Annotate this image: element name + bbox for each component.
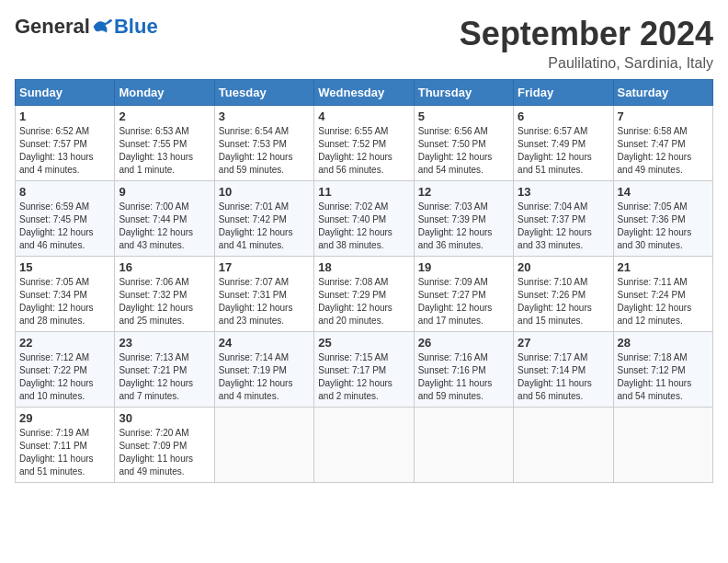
col-header-friday: Friday	[514, 80, 613, 106]
day-info: Sunrise: 7:18 AM Sunset: 7:12 PM Dayligh…	[618, 351, 709, 403]
day-info: Sunrise: 7:03 AM Sunset: 7:39 PM Dayligh…	[418, 201, 509, 252]
day-number: 22	[19, 336, 110, 350]
day-number: 26	[418, 336, 509, 350]
day-cell: 23Sunrise: 7:13 AM Sunset: 7:21 PM Dayli…	[115, 332, 214, 408]
week-row-3: 15Sunrise: 7:05 AM Sunset: 7:34 PM Dayli…	[16, 257, 713, 332]
day-cell	[214, 408, 313, 483]
day-cell: 8Sunrise: 6:59 AM Sunset: 7:45 PM Daylig…	[16, 181, 115, 257]
day-cell: 30Sunrise: 7:20 AM Sunset: 7:09 PM Dayli…	[115, 408, 214, 483]
day-cell: 12Sunrise: 7:03 AM Sunset: 7:39 PM Dayli…	[414, 181, 513, 257]
day-info: Sunrise: 7:11 AM Sunset: 7:24 PM Dayligh…	[618, 276, 709, 327]
calendar-table: SundayMondayTuesdayWednesdayThursdayFrid…	[15, 79, 713, 483]
calendar-body: 1Sunrise: 6:52 AM Sunset: 7:57 PM Daylig…	[16, 106, 713, 483]
col-header-thursday: Thursday	[414, 80, 513, 106]
col-header-monday: Monday	[115, 80, 214, 106]
day-number: 21	[618, 260, 709, 274]
day-info: Sunrise: 6:57 AM Sunset: 7:49 PM Dayligh…	[518, 125, 609, 177]
day-cell	[613, 408, 712, 483]
logo-general-text: General	[15, 15, 90, 39]
day-cell: 2Sunrise: 6:53 AM Sunset: 7:55 PM Daylig…	[115, 106, 214, 181]
day-number: 18	[318, 260, 409, 274]
day-cell: 11Sunrise: 7:02 AM Sunset: 7:40 PM Dayli…	[314, 181, 414, 257]
day-cell: 25Sunrise: 7:15 AM Sunset: 7:17 PM Dayli…	[314, 332, 414, 408]
day-cell: 26Sunrise: 7:16 AM Sunset: 7:16 PM Dayli…	[414, 332, 513, 408]
day-number: 10	[219, 185, 310, 199]
day-number: 8	[19, 185, 110, 199]
day-number: 1	[19, 109, 110, 123]
day-number: 29	[19, 411, 110, 425]
day-cell	[514, 408, 613, 483]
day-info: Sunrise: 6:52 AM Sunset: 7:57 PM Dayligh…	[19, 125, 110, 177]
day-cell: 3Sunrise: 6:54 AM Sunset: 7:53 PM Daylig…	[214, 106, 313, 181]
day-info: Sunrise: 7:20 AM Sunset: 7:09 PM Dayligh…	[119, 427, 210, 478]
day-info: Sunrise: 7:08 AM Sunset: 7:29 PM Dayligh…	[318, 276, 409, 327]
day-number: 14	[618, 185, 709, 199]
day-cell: 19Sunrise: 7:09 AM Sunset: 7:27 PM Dayli…	[414, 257, 513, 332]
day-number: 9	[119, 185, 210, 199]
day-info: Sunrise: 7:05 AM Sunset: 7:36 PM Dayligh…	[618, 201, 709, 252]
day-number: 4	[318, 109, 409, 123]
day-number: 27	[518, 336, 609, 350]
day-cell: 6Sunrise: 6:57 AM Sunset: 7:49 PM Daylig…	[514, 106, 613, 181]
day-number: 25	[318, 336, 409, 350]
day-number: 6	[518, 109, 609, 123]
col-header-saturday: Saturday	[613, 80, 712, 106]
day-cell: 20Sunrise: 7:10 AM Sunset: 7:26 PM Dayli…	[514, 257, 613, 332]
day-info: Sunrise: 6:54 AM Sunset: 7:53 PM Dayligh…	[219, 125, 310, 177]
day-cell	[314, 408, 414, 483]
day-info: Sunrise: 7:13 AM Sunset: 7:21 PM Dayligh…	[119, 351, 210, 403]
day-number: 3	[219, 109, 310, 123]
logo-blue-text: Blue	[114, 15, 158, 39]
day-cell	[414, 408, 513, 483]
day-number: 20	[518, 260, 609, 274]
day-info: Sunrise: 6:58 AM Sunset: 7:47 PM Dayligh…	[618, 125, 709, 177]
day-info: Sunrise: 7:19 AM Sunset: 7:11 PM Dayligh…	[19, 427, 110, 478]
day-cell: 21Sunrise: 7:11 AM Sunset: 7:24 PM Dayli…	[613, 257, 712, 332]
day-info: Sunrise: 7:09 AM Sunset: 7:27 PM Dayligh…	[418, 276, 509, 327]
day-cell: 24Sunrise: 7:14 AM Sunset: 7:19 PM Dayli…	[214, 332, 313, 408]
logo-bird-icon	[92, 17, 114, 36]
day-number: 28	[618, 336, 709, 350]
day-info: Sunrise: 7:06 AM Sunset: 7:32 PM Dayligh…	[119, 276, 210, 327]
week-row-4: 22Sunrise: 7:12 AM Sunset: 7:22 PM Dayli…	[16, 332, 713, 408]
col-header-sunday: Sunday	[16, 80, 115, 106]
day-cell: 7Sunrise: 6:58 AM Sunset: 7:47 PM Daylig…	[613, 106, 712, 181]
title-area: September 2024 Paulilatino, Sardinia, It…	[460, 15, 713, 72]
day-number: 30	[119, 411, 210, 425]
day-cell: 14Sunrise: 7:05 AM Sunset: 7:36 PM Dayli…	[613, 181, 712, 257]
day-cell: 18Sunrise: 7:08 AM Sunset: 7:29 PM Dayli…	[314, 257, 414, 332]
day-cell: 28Sunrise: 7:18 AM Sunset: 7:12 PM Dayli…	[613, 332, 712, 408]
day-info: Sunrise: 7:07 AM Sunset: 7:31 PM Dayligh…	[219, 276, 310, 327]
day-info: Sunrise: 6:56 AM Sunset: 7:50 PM Dayligh…	[418, 125, 509, 177]
week-row-1: 1Sunrise: 6:52 AM Sunset: 7:57 PM Daylig…	[16, 106, 713, 181]
day-info: Sunrise: 7:00 AM Sunset: 7:44 PM Dayligh…	[119, 201, 210, 252]
day-cell: 29Sunrise: 7:19 AM Sunset: 7:11 PM Dayli…	[16, 408, 115, 483]
col-header-wednesday: Wednesday	[314, 80, 414, 106]
logo: General Blue	[15, 15, 158, 39]
day-cell: 5Sunrise: 6:56 AM Sunset: 7:50 PM Daylig…	[414, 106, 513, 181]
week-row-2: 8Sunrise: 6:59 AM Sunset: 7:45 PM Daylig…	[16, 181, 713, 257]
col-header-tuesday: Tuesday	[214, 80, 313, 106]
day-info: Sunrise: 7:16 AM Sunset: 7:16 PM Dayligh…	[418, 351, 509, 403]
location: Paulilatino, Sardinia, Italy	[460, 55, 713, 72]
day-info: Sunrise: 7:02 AM Sunset: 7:40 PM Dayligh…	[318, 201, 409, 252]
day-cell: 1Sunrise: 6:52 AM Sunset: 7:57 PM Daylig…	[16, 106, 115, 181]
day-number: 23	[119, 336, 210, 350]
day-number: 13	[518, 185, 609, 199]
day-number: 24	[219, 336, 310, 350]
day-number: 5	[418, 109, 509, 123]
day-cell: 17Sunrise: 7:07 AM Sunset: 7:31 PM Dayli…	[214, 257, 313, 332]
day-cell: 15Sunrise: 7:05 AM Sunset: 7:34 PM Dayli…	[16, 257, 115, 332]
day-cell: 16Sunrise: 7:06 AM Sunset: 7:32 PM Dayli…	[115, 257, 214, 332]
day-cell: 10Sunrise: 7:01 AM Sunset: 7:42 PM Dayli…	[214, 181, 313, 257]
day-cell: 13Sunrise: 7:04 AM Sunset: 7:37 PM Dayli…	[514, 181, 613, 257]
day-cell: 27Sunrise: 7:17 AM Sunset: 7:14 PM Dayli…	[514, 332, 613, 408]
day-number: 19	[418, 260, 509, 274]
day-cell: 9Sunrise: 7:00 AM Sunset: 7:44 PM Daylig…	[115, 181, 214, 257]
day-number: 7	[618, 109, 709, 123]
day-number: 16	[119, 260, 210, 274]
day-info: Sunrise: 6:53 AM Sunset: 7:55 PM Dayligh…	[119, 125, 210, 177]
day-cell: 4Sunrise: 6:55 AM Sunset: 7:52 PM Daylig…	[314, 106, 414, 181]
day-info: Sunrise: 7:10 AM Sunset: 7:26 PM Dayligh…	[518, 276, 609, 327]
day-info: Sunrise: 7:05 AM Sunset: 7:34 PM Dayligh…	[19, 276, 110, 327]
